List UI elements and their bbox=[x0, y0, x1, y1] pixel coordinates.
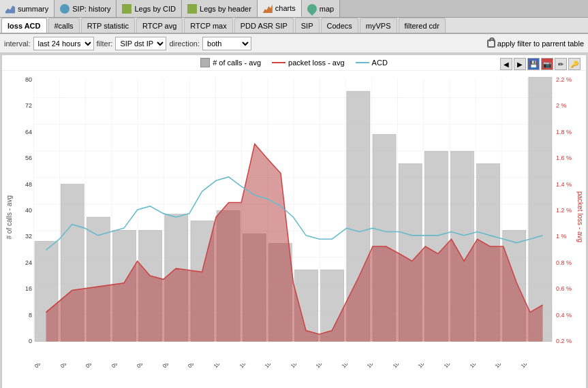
x-label-11: 10 05:30 bbox=[315, 363, 334, 369]
direction-label: direction: bbox=[169, 39, 200, 48]
chart-image-button[interactable]: 📷 bbox=[541, 58, 553, 70]
chart-nav-buttons: ◀ ▶ 💾 📷 ✏ 🔑 bbox=[500, 58, 581, 70]
interval-label: interval: bbox=[4, 39, 31, 48]
filter-label: filter: bbox=[97, 39, 113, 48]
y-axis-right-ticks: 2.2 % 2 % 1.8 % 1.6 % 1.4 % 1.2 % 1 % 0.… bbox=[553, 71, 574, 363]
y-tick-24: 24 bbox=[25, 259, 32, 266]
x-label-12: 10 06:45 bbox=[341, 363, 360, 369]
subtab-rtcp-avg[interactable]: RTCP avg bbox=[136, 18, 183, 33]
x-label-6: 09 23:15 bbox=[187, 363, 206, 369]
x-label-1: 09 17:00 bbox=[59, 363, 78, 369]
x-label-13: 10 08:00 bbox=[366, 363, 385, 369]
y-right-tick-18: 1.8 % bbox=[556, 129, 572, 135]
y-tick-64: 64 bbox=[25, 129, 32, 135]
x-label-9: 10 03:00 bbox=[264, 363, 283, 369]
apply-filter-label: apply filter to parrent table bbox=[497, 39, 584, 48]
x-label-7: 10 00:30 bbox=[213, 363, 232, 369]
y-tick-80: 80 bbox=[25, 76, 32, 83]
legs-header-icon bbox=[187, 4, 197, 14]
chart-next-button[interactable]: ▶ bbox=[514, 58, 526, 70]
y-right-tick-14: 1.4 % bbox=[556, 181, 572, 188]
y-axis-left-label: # of calls - avg bbox=[5, 195, 13, 239]
y-axis-right-label: packet loss - avg bbox=[576, 191, 584, 242]
y-tick-8: 8 bbox=[29, 312, 32, 319]
nav-tab-sip-history[interactable]: SIP: history bbox=[55, 0, 117, 17]
filter-select[interactable]: SIP dst IP SIP src IP all bbox=[115, 37, 166, 50]
y-tick-16: 16 bbox=[25, 285, 32, 292]
subtab-filtered-cdr-label: filtered cdr bbox=[405, 22, 439, 30]
subtab-loss-acd[interactable]: loss ACD bbox=[1, 18, 47, 33]
apply-filter-button[interactable]: apply filter to parrent table bbox=[487, 39, 584, 48]
nav-tab-charts[interactable]: charts bbox=[258, 0, 302, 17]
chart-svg bbox=[33, 71, 553, 363]
lock-icon bbox=[487, 39, 495, 48]
y-tick-56: 56 bbox=[25, 155, 32, 161]
y-axis-left-label-wrapper: # of calls - avg bbox=[2, 71, 16, 363]
x-label-17: 10 13:00 bbox=[469, 363, 488, 369]
x-label-2: 09 18:15 bbox=[84, 363, 104, 369]
legend-packet-loss: packet loss - avg bbox=[272, 59, 345, 67]
legend-acd-label: ACD bbox=[372, 59, 388, 67]
subtab-calls[interactable]: #calls bbox=[48, 18, 80, 33]
nav-tab-legs-by-cid-label: Legs by CID bbox=[134, 5, 176, 13]
subtab-calls-label: #calls bbox=[55, 22, 74, 30]
legend-acd: ACD bbox=[356, 59, 388, 67]
x-label-4: 09 20:45 bbox=[136, 363, 155, 369]
subtab-loss-acd-label: loss ACD bbox=[7, 22, 41, 30]
subtab-pdd-label: PDD ASR SIP bbox=[241, 22, 288, 30]
y-right-tick-20: 2 % bbox=[556, 102, 567, 109]
x-label-19: 10 15:30 bbox=[520, 363, 539, 369]
x-label-15: 10 10:30 bbox=[417, 363, 436, 369]
y-axis-right-label-wrapper: packet loss - avg bbox=[574, 71, 586, 363]
chart-legend: # of calls - avg packet loss - avg ACD ◀… bbox=[2, 55, 586, 71]
x-label-0: 09 15:45 bbox=[33, 363, 52, 369]
legend-calls-label: # of calls - avg bbox=[213, 59, 261, 67]
subtab-myvps[interactable]: myVPS bbox=[360, 18, 397, 33]
x-label-14: 10 09:15 bbox=[392, 363, 411, 369]
y-right-tick-16: 1.6 % bbox=[556, 155, 572, 161]
sub-tabs: loss ACD #calls RTP statistic RTCP avg R… bbox=[0, 18, 588, 34]
y-tick-0: 0 bbox=[29, 338, 32, 344]
subtab-rtp-statistic[interactable]: RTP statistic bbox=[81, 18, 135, 33]
subtab-codecs[interactable]: Codecs bbox=[321, 18, 358, 33]
chart-edit-button2[interactable]: 🔑 bbox=[568, 58, 581, 70]
y-tick-48: 48 bbox=[25, 181, 32, 188]
nav-tab-legs-by-cid[interactable]: Legs by CID bbox=[117, 0, 182, 17]
y-tick-40: 40 bbox=[25, 207, 32, 214]
y-right-tick-04: 0.4 % bbox=[556, 312, 572, 319]
subtab-myvps-label: myVPS bbox=[366, 22, 391, 30]
nav-tab-map[interactable]: map bbox=[302, 0, 340, 17]
nav-tab-sip-history-label: SIP: history bbox=[72, 5, 110, 13]
top-nav: summary SIP: history Legs by CID Legs by… bbox=[0, 0, 588, 18]
legend-line-acd bbox=[356, 62, 369, 63]
map-icon bbox=[305, 2, 319, 16]
nav-tab-legs-by-header[interactable]: Legs by header bbox=[182, 0, 258, 17]
sip-history-icon bbox=[60, 4, 69, 14]
legend-swatch-calls bbox=[200, 58, 210, 67]
chart-save-button[interactable]: 💾 bbox=[527, 58, 540, 70]
svg-rect-20 bbox=[529, 78, 552, 342]
subtab-pdd-asr-sip[interactable]: PDD ASR SIP bbox=[234, 18, 294, 33]
x-label-18: 10 14:15 bbox=[494, 363, 513, 369]
nav-tab-legs-by-header-label: Legs by header bbox=[200, 5, 251, 13]
y-tick-72: 72 bbox=[25, 102, 32, 109]
chart-plot bbox=[33, 71, 553, 363]
y-tick-32: 32 bbox=[25, 233, 32, 240]
subtab-sip[interactable]: SIP bbox=[295, 18, 320, 33]
interval-select[interactable]: last 24 hours last 7 days last 30 days bbox=[33, 37, 94, 50]
chart-prev-button[interactable]: ◀ bbox=[500, 58, 512, 70]
nav-tab-charts-label: charts bbox=[275, 4, 296, 12]
subtab-filtered-cdr[interactable]: filtered cdr bbox=[399, 18, 446, 33]
subtab-rtcp-max[interactable]: RTCP max bbox=[184, 18, 232, 33]
legend-line-packet-loss bbox=[272, 62, 285, 63]
chart-edit-button1[interactable]: ✏ bbox=[555, 58, 567, 70]
x-label-8: 10 01:45 bbox=[238, 363, 258, 369]
nav-tab-summary[interactable]: summary bbox=[0, 0, 55, 17]
x-axis-labels: 09 15:45 09 17:00 09 18:15 09 19:30 09 2… bbox=[2, 363, 586, 388]
direction-select[interactable]: both inbound outbound bbox=[202, 37, 251, 50]
controls-row: interval: last 24 hours last 7 days last… bbox=[0, 34, 588, 53]
subtab-rtcp-max-label: RTCP max bbox=[190, 22, 226, 30]
x-label-10: 10 04:15 bbox=[290, 363, 309, 369]
legend-packet-loss-label: packet loss - avg bbox=[288, 59, 345, 67]
x-label-16: 10 11:45 bbox=[443, 363, 462, 369]
